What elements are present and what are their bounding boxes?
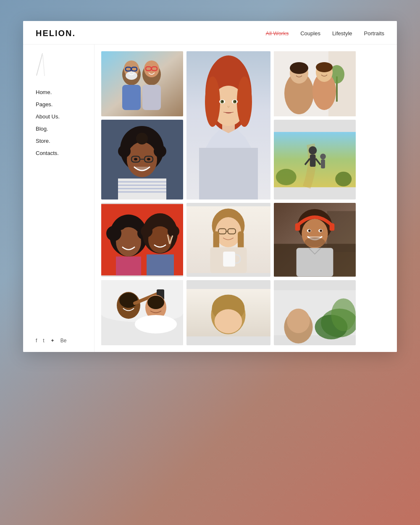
svg-point-63 <box>276 169 297 185</box>
main-nav: All Works Couples Lifestyle Portraits <box>266 30 384 37</box>
svg-rect-91 <box>327 211 356 252</box>
svg-point-57 <box>309 146 317 155</box>
svg-rect-101 <box>297 248 333 276</box>
svg-point-121 <box>287 308 310 333</box>
svg-point-6 <box>126 71 137 80</box>
photo-4[interactable] <box>101 120 183 200</box>
svg-rect-62 <box>321 160 325 168</box>
svg-point-64 <box>335 172 352 186</box>
svg-rect-12 <box>122 85 141 110</box>
svg-point-70 <box>114 218 126 230</box>
svg-point-25 <box>235 101 236 102</box>
svg-point-115 <box>215 309 242 333</box>
svg-point-100 <box>304 237 325 247</box>
svg-point-99 <box>320 229 322 232</box>
sidebar-item-store[interactable]: Store. <box>36 135 94 147</box>
sidebar-item-contacts[interactable]: Contacts. <box>36 147 94 159</box>
svg-rect-13 <box>142 85 161 110</box>
facebook-icon[interactable]: f <box>36 338 37 344</box>
svg-rect-58 <box>310 155 316 167</box>
svg-rect-76 <box>147 255 174 276</box>
photo-gallery <box>94 45 397 352</box>
svg-point-111 <box>135 315 177 333</box>
sidebar-item-pages[interactable]: Pages. <box>36 99 94 110</box>
svg-point-50 <box>147 158 150 160</box>
app-window: HELION. All Works Couples Lifestyle Port… <box>23 21 397 352</box>
behance-icon[interactable]: Be <box>60 338 67 344</box>
nav-couples[interactable]: Couples <box>300 30 320 37</box>
photo-3[interactable] <box>274 51 356 116</box>
nav-all-works[interactable]: All Works <box>266 30 289 37</box>
svg-point-37 <box>316 62 333 72</box>
svg-point-74 <box>168 226 179 237</box>
svg-point-45 <box>136 133 148 144</box>
photo-8[interactable] <box>274 203 356 277</box>
svg-point-98 <box>308 229 311 232</box>
svg-point-34 <box>290 62 308 74</box>
nav-lifestyle[interactable]: Lifestyle <box>332 30 352 37</box>
svg-rect-75 <box>116 257 141 276</box>
photo-1[interactable] <box>101 51 183 116</box>
svg-point-49 <box>134 158 137 160</box>
photo-2[interactable] <box>186 51 270 200</box>
svg-point-73 <box>141 226 152 237</box>
sidebar: Home. Pages. About Us. Blog. Store. Cont… <box>23 45 94 352</box>
svg-point-43 <box>123 138 134 148</box>
svg-rect-94 <box>330 223 335 231</box>
svg-point-61 <box>320 154 326 160</box>
sidebar-item-home[interactable]: Home. <box>36 87 94 98</box>
header: HELION. All Works Couples Lifestyle Port… <box>23 21 397 45</box>
photo-10[interactable] <box>186 280 270 345</box>
svg-point-44 <box>151 138 161 148</box>
dribbble-icon[interactable]: ✦ <box>50 338 55 344</box>
nav-portraits[interactable]: Portraits <box>364 30 384 37</box>
twitter-icon[interactable]: t <box>43 338 44 344</box>
svg-point-19 <box>237 76 252 127</box>
page-body: Home. Pages. About Us. Blog. Store. Cont… <box>23 45 397 352</box>
social-icons: f t ✦ Be <box>36 333 94 344</box>
photo-6[interactable] <box>101 203 183 277</box>
sidebar-item-blog[interactable]: Blog. <box>36 123 94 134</box>
sidebar-item-about[interactable]: About Us. <box>36 111 94 122</box>
svg-rect-0 <box>101 51 183 116</box>
svg-point-106 <box>119 293 138 308</box>
photo-grid <box>101 51 390 345</box>
svg-rect-26 <box>199 148 258 200</box>
svg-point-24 <box>222 101 223 102</box>
photo-9[interactable] <box>101 280 183 345</box>
photo-7[interactable] <box>186 203 270 277</box>
logo[interactable]: HELION. <box>36 29 76 38</box>
svg-rect-93 <box>295 223 300 231</box>
photo-11[interactable] <box>274 280 356 345</box>
svg-point-110 <box>147 296 164 309</box>
photo-5[interactable] <box>274 120 356 200</box>
sidebar-menu: Home. Pages. About Us. Blog. Store. Cont… <box>36 87 94 159</box>
sidebar-decoration <box>36 53 48 78</box>
svg-rect-88 <box>223 252 235 267</box>
svg-point-119 <box>331 298 356 331</box>
svg-point-18 <box>205 76 220 127</box>
